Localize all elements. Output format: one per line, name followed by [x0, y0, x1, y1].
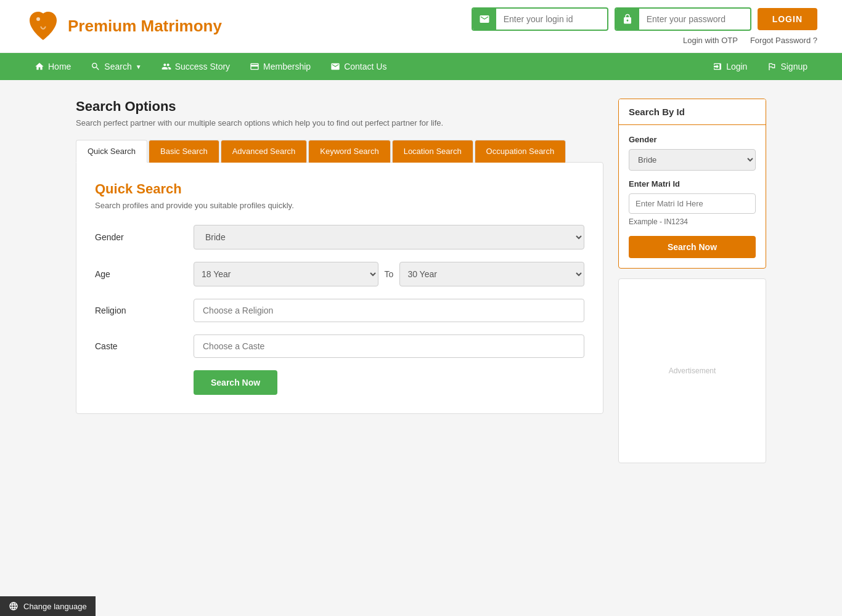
religion-input[interactable] [194, 299, 584, 322]
search-by-id-body: Gender Bride Groom Enter Matri Id Exampl… [619, 125, 766, 268]
header: Premium Matrimony LOGIN Login with OTP F… [0, 0, 842, 53]
page-subtitle: Search perfect partner with our multiple… [76, 118, 603, 128]
forgot-password-link[interactable]: Forgot Password ? [750, 36, 817, 45]
home-icon [35, 62, 44, 71]
search-arrow: ▼ [136, 63, 142, 70]
gender-select[interactable]: Bride Groom [194, 225, 584, 249]
tab-quick-search[interactable]: Quick Search [76, 140, 147, 163]
header-links: Login with OTP Forgot Password ? [683, 36, 817, 45]
quick-search-button[interactable]: Search Now [194, 370, 277, 395]
age-from-select[interactable]: 18 Year 19 Year 20 Year 21 Year 25 Year … [194, 262, 378, 286]
sidebar: Search By Id Gender Bride Groom Enter Ma… [618, 99, 766, 463]
quick-search-title: Quick Search [95, 181, 584, 197]
caste-row: Caste [95, 334, 584, 358]
nav-signup[interactable]: Signup [757, 53, 817, 80]
caste-input[interactable] [194, 334, 584, 358]
sid-matri-id-input[interactable] [629, 193, 756, 214]
main-nav: Home Search ▼ Success Story Membership C… [0, 53, 842, 80]
signup-icon [767, 62, 777, 71]
password-wrap [615, 7, 751, 31]
search-options-area: Search Options Search perfect partner wi… [76, 99, 603, 414]
gender-row: Gender Bride Groom [95, 225, 584, 249]
email-icon [473, 9, 496, 30]
login-button[interactable]: LOGIN [758, 8, 817, 30]
search-form-card: Quick Search Search profiles and provide… [76, 162, 603, 414]
lock-icon [616, 9, 639, 30]
logo-icon [25, 8, 62, 45]
tab-advanced-search[interactable]: Advanced Search [221, 140, 308, 163]
login-with-otp-link[interactable]: Login with OTP [683, 36, 738, 45]
age-row: Age 18 Year 19 Year 20 Year 21 Year 25 Y… [95, 262, 584, 286]
logo-text: Premium Matrimony [68, 17, 222, 36]
svg-point-0 [36, 17, 40, 21]
membership-icon [250, 62, 260, 71]
nav-search[interactable]: Search ▼ [81, 53, 151, 80]
age-to-label: To [385, 269, 394, 279]
caste-label: Caste [95, 341, 181, 351]
nav-login[interactable]: Login [703, 53, 757, 80]
header-right: LOGIN Login with OTP Forgot Password ? [472, 7, 817, 45]
nav-success-story[interactable]: Success Story [152, 53, 240, 80]
contact-icon [330, 62, 340, 71]
tab-location-search[interactable]: Location Search [392, 140, 473, 163]
nav-membership[interactable]: Membership [240, 53, 321, 80]
age-to-select[interactable]: 30 Year 35 Year 40 Year 45 Year [399, 262, 584, 286]
sid-matri-id-label: Enter Matri Id [629, 179, 756, 188]
nav-contact[interactable]: Contact Us [321, 53, 396, 80]
tab-basic-search[interactable]: Basic Search [149, 140, 219, 163]
login-icon [713, 62, 722, 71]
sid-search-button[interactable]: Search Now [629, 236, 756, 258]
sid-example: Example - IN1234 [629, 217, 756, 226]
age-range: 18 Year 19 Year 20 Year 21 Year 25 Year … [194, 262, 584, 286]
search-tabs: Quick Search Basic Search Advanced Searc… [76, 140, 603, 163]
login-id-wrap [472, 7, 608, 31]
sid-gender-label: Gender [629, 135, 756, 144]
users-icon [161, 62, 171, 71]
religion-label: Religion [95, 306, 181, 315]
search-icon [91, 62, 100, 71]
nav-left: Home Search ▼ Success Story Membership C… [25, 53, 396, 80]
nav-right: Login Signup [703, 53, 817, 80]
nav-home[interactable]: Home [25, 53, 81, 80]
tab-occupation-search[interactable]: Occupation Search [475, 140, 566, 163]
search-by-id-card: Search By Id Gender Bride Groom Enter Ma… [618, 99, 766, 269]
search-by-id-header: Search By Id [619, 99, 766, 125]
quick-search-description: Search profiles and provide you suitable… [95, 201, 584, 210]
password-input[interactable] [639, 9, 750, 29]
gender-label: Gender [95, 232, 181, 242]
sid-gender-select[interactable]: Bride Groom [629, 149, 756, 171]
login-row: LOGIN [472, 7, 817, 31]
main-content: Search Options Search perfect partner wi… [51, 80, 791, 482]
logo-area: Premium Matrimony [25, 8, 222, 45]
tab-keyword-search[interactable]: Keyword Search [308, 140, 390, 163]
login-id-input[interactable] [496, 9, 607, 29]
religion-row: Religion [95, 299, 584, 322]
age-label: Age [95, 269, 181, 279]
page-title: Search Options [76, 99, 603, 115]
sidebar-image-card: Advertisement [618, 278, 766, 463]
